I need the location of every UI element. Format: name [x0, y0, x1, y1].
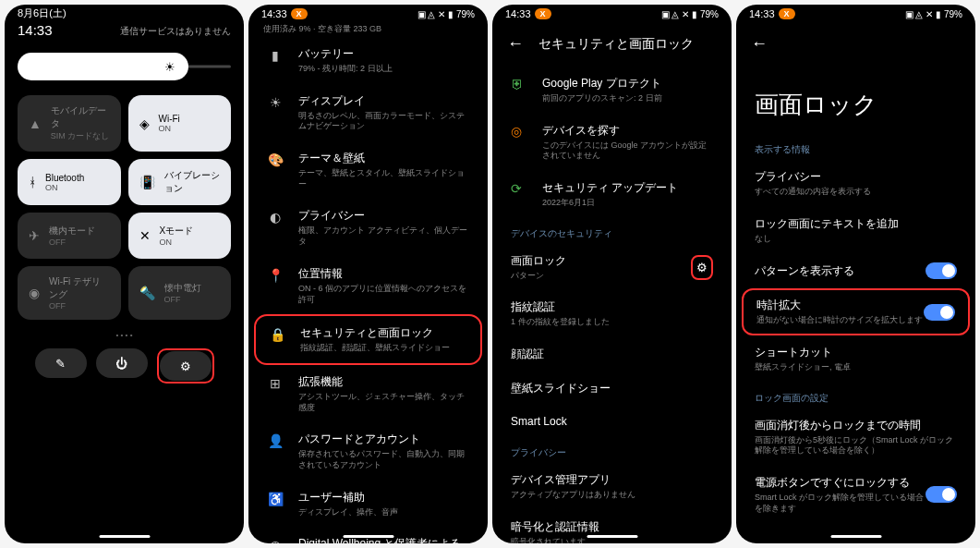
signal-icon: ▲	[29, 116, 42, 131]
status-pill: X	[291, 8, 308, 19]
qs-tile-xmode[interactable]: ✕XモードON	[128, 213, 232, 259]
shield-icon: ⛨	[511, 77, 529, 91]
security-item[interactable]: 画面ロックパターン⚙	[492, 244, 732, 291]
item-subtitle: 通知がない場合に時計のサイズを拡大します	[756, 315, 924, 326]
section-header: デバイスのセキュリティ	[492, 218, 732, 244]
page-title: セキュリティと画面ロック	[538, 36, 694, 53]
airplane-icon: ✈	[29, 228, 40, 243]
bluetooth-icon: ᚼ	[29, 175, 36, 189]
status-time: 14:33	[505, 8, 531, 19]
section-header: 表示する情報	[736, 134, 975, 160]
tile-label: 懐中電灯	[164, 282, 201, 295]
date-label: 8月6日(土)	[18, 6, 231, 20]
qs-tile-signal[interactable]: ▲モバイルデータSIM カードなし	[18, 95, 121, 152]
phone-quick-settings: 8月6日(土) 14:33 通信サービスはありません ☀ ▲モバイルデータSIM…	[5, 5, 244, 543]
tile-label: Xモード	[160, 225, 194, 237]
status-icons: ▣ ◬ ✕ ▮79%	[661, 9, 719, 19]
security-status-find[interactable]: ◎デバイスを探すこのデバイスには Google アカウントが設定されていません	[492, 114, 732, 171]
item-subtitle: 保存されているパスワード、自動入力、同期されているアカウント	[298, 449, 471, 470]
edit-button[interactable]: ✎	[35, 348, 87, 378]
home-indicator[interactable]	[587, 535, 637, 538]
item-subtitle: 画面消灯後から5秒後にロック（Smart Lock がロック解除を管理している場…	[755, 435, 957, 457]
home-indicator[interactable]	[343, 535, 393, 538]
item-title: Google Play プロテクト	[542, 76, 713, 91]
settings-item-a11y[interactable]: ♿ユーザー補助ディスプレイ、操作、音声	[254, 481, 482, 528]
settings-item-battery[interactable]: ▮バッテリー79% - 残り時間: 2 日以上	[254, 37, 482, 84]
item-title: ロック画面にテキストを追加	[755, 216, 957, 232]
home-indicator[interactable]	[99, 535, 150, 538]
item-subtitle: 明るさのレベル、画面カラーモード、システムナビゲーション	[298, 111, 471, 132]
lockscreen-item[interactable]: パターンを表示する	[736, 253, 975, 288]
settings-item-location[interactable]: 📍位置情報ON - 6 個のアプリに位置情報へのアクセスを許可	[254, 257, 482, 314]
toggle-switch[interactable]	[926, 262, 957, 279]
lockscreen-item[interactable]: 画面消灯後からロックまでの時間画面消灯後から5秒後にロック（Smart Lock…	[736, 408, 975, 466]
item-title: 電源ボタンですぐにロックする	[755, 475, 926, 491]
tile-label: モバイルデータ	[51, 104, 110, 130]
qs-tile-bluetooth[interactable]: ᚼBluetoothON	[18, 159, 121, 205]
status-pill: X	[779, 8, 795, 19]
lock-icon: 🔒	[267, 327, 287, 342]
back-button[interactable]: ←	[751, 34, 768, 54]
qs-tile-hotspot[interactable]: ◉Wi-Fi テザリングOFF	[18, 266, 121, 320]
security-status-update[interactable]: ⟳セキュリティ アップデート2022年6月1日	[492, 171, 732, 218]
toggle-switch[interactable]	[926, 486, 957, 503]
tile-label: Wi-Fi テザリング	[49, 275, 110, 301]
settings-item-theme[interactable]: 🎨テーマ＆壁紙テーマ、壁紙とスタイル、壁紙スライドショー	[254, 141, 482, 199]
security-item[interactable]: 指紋認証1 件の指紋を登録しました	[492, 290, 732, 337]
item-subtitle: Smart Lock がロック解除を管理している場合を除きます	[755, 493, 926, 514]
item-title: パターンを表示する	[755, 263, 926, 279]
security-item[interactable]: 顔認証	[492, 337, 732, 371]
security-item[interactable]: 暗号化と認証情報暗号化されています	[492, 510, 732, 543]
tile-state: ON	[160, 237, 194, 247]
settings-item-display[interactable]: ☀ディスプレイ明るさのレベル、画面カラーモード、システムナビゲーション	[254, 84, 482, 141]
update-icon: ⟳	[511, 181, 529, 196]
qs-tile-airplane[interactable]: ✈機内モードOFF	[18, 213, 121, 259]
item-title: プライバシー	[298, 208, 471, 224]
security-item[interactable]: Smart Lock	[492, 406, 732, 437]
gear-icon[interactable]: ⚙	[691, 255, 713, 280]
tile-label: Bluetooth	[45, 173, 84, 183]
item-title: パスワードとアカウント	[298, 432, 471, 447]
security-status-shield[interactable]: ⛨Google Play プロテクト前回のアプリのスキャン: 2 日前	[492, 67, 732, 114]
lockscreen-item[interactable]: ショートカット壁紙スライドショー, 電卓	[736, 335, 975, 383]
section-header: ロック画面の設定	[736, 383, 975, 408]
item-subtitle: すべての通知の内容を表示する	[755, 187, 957, 198]
item-subtitle: ON - 6 個のアプリに位置情報へのアクセスを許可	[298, 284, 471, 305]
lockscreen-item[interactable]: プライバシーすべての通知の内容を表示する	[736, 160, 975, 207]
toggle-switch[interactable]	[924, 304, 955, 321]
lockscreen-item[interactable]: 時計拡大通知がない場合に時計のサイズを拡大します	[742, 288, 970, 335]
section-header: プライバシー	[492, 437, 732, 463]
item-subtitle: このデバイスには Google アカウントが設定されていません	[542, 140, 713, 162]
qs-tile-flashlight[interactable]: 🔦懐中電灯OFF	[128, 266, 232, 320]
tile-state: ON	[159, 124, 180, 133]
lockscreen-item[interactable]: 電源ボタンですぐにロックするSmart Lock がロック解除を管理している場合…	[736, 466, 975, 523]
wellbeing-icon: ◷	[265, 538, 285, 543]
find-icon: ◎	[511, 124, 529, 139]
wifi-icon: ◈	[139, 116, 150, 131]
phone-security: 14:33X ▣ ◬ ✕ ▮79% ← セキュリティと画面ロック ⛨Google…	[492, 5, 732, 543]
qs-tile-wifi[interactable]: ◈Wi-FiON	[128, 95, 232, 152]
settings-item-account[interactable]: 👤パスワードとアカウント保存されているパスワード、自動入力、同期されているアカウ…	[254, 422, 482, 480]
tile-state: ON	[45, 183, 84, 192]
account-icon: 👤	[265, 433, 285, 448]
settings-item-privacy[interactable]: ◐プライバシー権限、アカウント アクティビティ、個人データ	[254, 199, 482, 256]
item-subtitle: アクティブなアプリはありません	[511, 490, 713, 501]
lockscreen-item[interactable]: ロック画面にテキストを追加なし	[736, 207, 975, 254]
settings-item-ext[interactable]: ⊞拡張機能アシストツール、ジェスチャー操作、タッチ感度	[254, 365, 482, 422]
item-title: 位置情報	[298, 266, 471, 282]
brightness-slider[interactable]: ☀	[18, 53, 231, 80]
power-button[interactable]: ⏻	[96, 348, 148, 378]
ext-icon: ⊞	[265, 376, 285, 391]
status-time: 14:33	[261, 8, 287, 19]
settings-button[interactable]: ⚙	[160, 351, 212, 381]
item-title: 指紋認証	[511, 299, 713, 315]
settings-item-lock[interactable]: 🔒セキュリティと画面ロック指紋認証、顔認証、壁紙スライドショー	[254, 314, 482, 365]
security-item[interactable]: デバイス管理アプリアクティブなアプリはありません	[492, 463, 732, 510]
back-button[interactable]: ←	[507, 34, 524, 54]
security-item[interactable]: 壁紙スライドショー	[492, 371, 732, 406]
home-indicator[interactable]	[830, 535, 881, 538]
item-title: 顔認証	[511, 347, 713, 362]
qs-tile-vibrate[interactable]: 📳バイブレーション	[128, 159, 232, 205]
theme-icon: 🎨	[265, 152, 285, 167]
tile-label: Wi-Fi	[159, 114, 180, 124]
